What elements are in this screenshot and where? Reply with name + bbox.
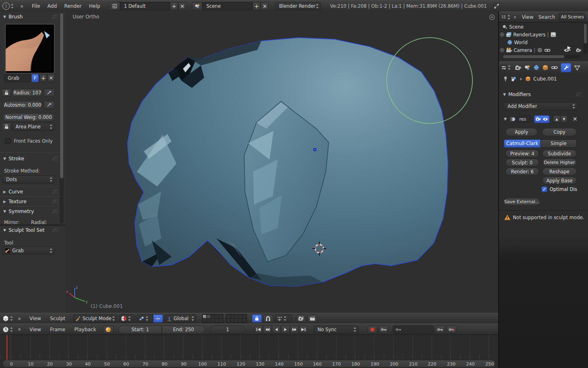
original-normal-lock-icon[interactable] [2,123,11,131]
layer-17[interactable] [230,319,234,323]
screen-layout-name[interactable]: 1 Default [120,2,170,10]
jump-to-end-button[interactable] [299,325,308,333]
layer-5[interactable] [219,314,223,319]
viewport-visibility-toggle[interactable] [543,117,548,121]
render-level-slider[interactable]: Render: 6 [506,168,539,175]
menu-help[interactable]: Help [85,3,104,9]
jump-next-keyframe-button[interactable] [290,325,299,333]
stroke-panel-header[interactable]: ▼ Stroke [3,156,59,162]
auto-keyframe-toggle[interactable] [368,325,377,333]
expand-icon[interactable] [500,48,504,52]
layer-14[interactable] [215,319,219,323]
outliner-row-renderlayers[interactable]: RenderLayers | [499,31,588,38]
layer-13[interactable] [211,319,215,323]
snap-element-select[interactable] [275,314,292,323]
tab-object-data[interactable] [574,65,580,70]
brush-preview[interactable] [5,24,55,74]
apply-base-button[interactable]: Apply Base [542,177,577,184]
editor-type-selector[interactable] [501,65,511,71]
sculpted-mesh[interactable]: z y x [65,11,498,313]
tab-object[interactable] [542,65,548,71]
simple-toggle[interactable]: Simple [541,139,577,148]
tool-select[interactable]: Grab [2,247,55,255]
add-brush-button[interactable]: + [40,74,47,82]
outliner-vscroll-track[interactable] [584,23,587,53]
tab-render[interactable] [515,65,521,70]
layer-7[interactable] [230,314,234,319]
layer-12[interactable] [207,319,211,323]
frame-end-field[interactable]: End: 250 [162,325,205,334]
close-layout-button[interactable]: ✕ [178,2,186,10]
scene-name[interactable]: Scene [203,2,252,10]
render-restrict-icon[interactable] [576,48,582,53]
menu-view[interactable]: View [26,316,45,321]
object-data-icon[interactable] [510,76,517,82]
delete-keyframe-button[interactable] [447,325,457,333]
menu-frame[interactable]: Frame [46,327,69,332]
render-still-button[interactable] [296,314,306,323]
editor-type-selector[interactable] [501,14,510,20]
outliner-hscroll-track[interactable] [502,55,580,58]
editor-type-selector[interactable] [2,315,13,322]
outliner-hscroll-thumb[interactable] [503,55,564,58]
region-divider[interactable] [0,224,65,226]
timeline-scrollbar[interactable]: 0 10 20 30 40 50 60 70 80 90 100 110 120… [2,360,496,368]
brush-panel-header[interactable]: ▼ Brush [3,14,59,20]
unified-radius-lock-icon[interactable] [2,89,11,97]
menu-search[interactable]: Search [536,14,557,20]
menu-playback[interactable]: Playback [71,327,100,332]
menu-view[interactable]: View [519,14,536,20]
region-plus-icon[interactable] [489,14,495,20]
tab-world[interactable] [533,65,539,70]
collapse-menus-icon[interactable] [20,4,24,9]
front-faces-checkbox[interactable] [5,138,11,144]
screen-layout-icon[interactable] [109,2,120,10]
copy-button[interactable]: Copy [542,128,577,136]
menu-view[interactable]: View [26,327,45,332]
transform-orientation-select[interactable]: Global [165,314,196,323]
optimal-display-checkbox[interactable]: ✓ [541,186,547,192]
collapse-menus-icon[interactable] [513,15,517,19]
curve-panel-header[interactable]: ▶ Curve [3,189,59,195]
sculpt-tool-set-panel-header[interactable]: ▼ Sculpt Tool Set [3,227,59,233]
expand-icon[interactable] [500,32,504,37]
tab-modifiers-active[interactable] [561,63,571,72]
layers-group-1[interactable] [202,314,223,323]
add-modifier-select[interactable]: Add Modifier [504,102,577,110]
normal-weight-slider[interactable]: Normal Weig: 0.000 [2,113,55,121]
add-scene-button[interactable]: + [252,2,261,10]
layer-4[interactable] [215,314,219,319]
symmetry-panel-header[interactable]: ▼ Symmetry [3,209,59,214]
tab-constraints[interactable] [551,65,558,70]
outliner-row-scene[interactable]: Scene [499,23,588,31]
stroke-method-select[interactable]: Dots [2,175,55,184]
modifier-name-field[interactable]: res [517,115,531,123]
sculpt-plane-select[interactable]: Area Plane [12,123,55,131]
manipulator-toggle[interactable] [153,314,163,323]
move-modifier-up-button[interactable]: ▲ [553,115,560,123]
current-frame-field[interactable]: 1 [210,325,245,334]
fake-user-button[interactable]: F [31,74,39,82]
collapse-menus-icon[interactable] [17,327,22,332]
layer-15[interactable] [219,319,223,323]
render-visibility-toggle[interactable] [536,117,541,121]
sculpt-level-slider[interactable]: Sculpt: 0 [506,159,539,166]
close-scene-button[interactable]: ✕ [261,2,269,10]
menu-add[interactable]: Add [44,3,60,9]
use-preview-range-toggle[interactable] [103,325,114,334]
keying-set-field[interactable] [393,325,434,334]
layer-6[interactable] [226,314,230,319]
outliner-vscroll-thumb[interactable] [584,24,587,43]
outliner-row-camera[interactable]: Camera | [499,46,588,54]
render-engine-select[interactable]: Blender Render [275,2,321,10]
layer-1-active[interactable] [203,314,207,319]
editor-type-selector[interactable] [2,326,13,333]
layer-20[interactable] [243,319,247,323]
menu-render[interactable]: Render [60,3,85,9]
frame-start-field[interactable]: Start: 1 [118,325,162,334]
layer-18[interactable] [234,319,238,323]
timeline-track-area[interactable]: 0 10 20 30 40 50 60 70 80 90 100 110 120… [0,334,498,368]
editor-type-selector[interactable]: i [2,2,14,10]
menu-sculpt[interactable]: Sculpt [46,316,69,321]
play-button[interactable] [281,325,290,333]
